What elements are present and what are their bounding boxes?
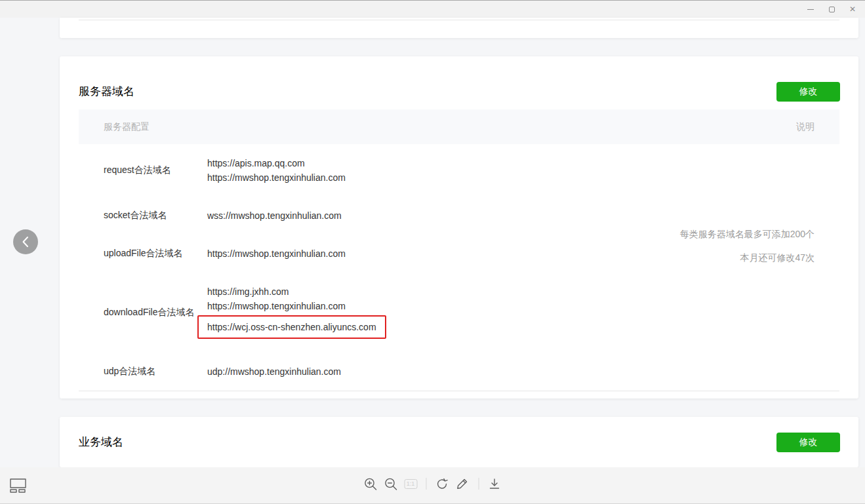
- server-domain-card: 服务器域名 修改 服务器配置 说明 request合法域名https://api…: [60, 56, 858, 398]
- domain-value: https://mwshop.tengxinhulian.com: [207, 246, 346, 261]
- minimize-icon: [807, 9, 814, 10]
- domain-values: wss://mwshop.tengxinhulian.com: [207, 208, 342, 223]
- business-domain-card: 业务域名 修改: [60, 417, 858, 467]
- table-row: udp合法域名udp://mwshop.tengxinhulian.com: [79, 353, 839, 391]
- domain-value: https://mwshop.tengxinhulian.com: [207, 299, 386, 313]
- domain-values: https://img.jxhh.comhttps://mwshop.tengx…: [207, 284, 386, 341]
- zoom-out-button[interactable]: [384, 476, 398, 491]
- zoom-in-button[interactable]: [363, 476, 378, 491]
- minimize-button[interactable]: [805, 3, 816, 15]
- domain-type-label: uploadFile合法域名: [104, 248, 207, 260]
- viewer-toolbar: 1:1: [363, 476, 502, 491]
- business-card-header: 业务域名 修改: [60, 417, 858, 467]
- window-controls: ✕: [805, 1, 858, 18]
- domain-value: wss://mwshop.tengxinhulian.com: [207, 208, 342, 223]
- modify-server-domain-button[interactable]: 修改: [776, 82, 840, 102]
- server-domain-table: 服务器配置 说明 request合法域名https://apis.map.qq.…: [79, 109, 839, 391]
- domain-value: https://img.jxhh.com: [207, 284, 386, 299]
- domain-limit-note: 每类服务器域名最多可添加200个: [680, 222, 815, 246]
- domain-type-label: udp合法域名: [104, 366, 207, 378]
- highlighted-domain-value: https://wcj.oss-cn-shenzhen.aliyuncs.com: [197, 315, 386, 339]
- toolbar-divider: [478, 478, 479, 490]
- zoom-out-icon: [384, 477, 398, 491]
- domain-limit-notes: 每类服务器域名最多可添加200个 本月还可修改47次: [680, 222, 815, 269]
- domain-type-label: request合法域名: [104, 165, 207, 176]
- domain-value: https://apis.map.qq.com: [207, 156, 346, 170]
- chevron-left-icon: [13, 229, 38, 254]
- divider: [79, 20, 839, 20]
- domain-values: https://apis.map.qq.comhttps://mwshop.te…: [207, 156, 346, 185]
- pencil-icon: [456, 477, 470, 491]
- window-titlebar: ✕: [0, 1, 865, 18]
- toggle-panels-button[interactable]: [10, 478, 27, 495]
- download-button[interactable]: [487, 476, 502, 491]
- bottom-toolbar: 1:1: [0, 467, 865, 504]
- edit-button[interactable]: [455, 476, 470, 491]
- domain-value: https://mwshop.tengxinhulian.com: [207, 170, 346, 185]
- app-window: ✕ 服务器域名 修改 服务器配置 说明 request合法域名https://a…: [0, 0, 865, 504]
- domain-type-label: socket合法域名: [104, 210, 207, 222]
- toolbar-divider: [426, 478, 426, 490]
- description-column-header: 说明: [796, 121, 815, 133]
- maximize-icon: [829, 7, 835, 12]
- zoom-in-icon: [364, 477, 378, 491]
- maximize-button[interactable]: [826, 3, 837, 15]
- domain-type-label: downloadFile合法域名: [104, 307, 207, 319]
- domain-values: udp://mwshop.tengxinhulian.com: [207, 364, 341, 379]
- table-header-row: 服务器配置 说明: [79, 109, 839, 144]
- domain-values: https://mwshop.tengxinhulian.com: [207, 246, 346, 261]
- refresh-icon: [435, 477, 449, 491]
- previous-card-partial: [60, 18, 858, 38]
- table-row: downloadFile合法域名https://img.jxhh.comhttp…: [79, 273, 839, 353]
- download-icon: [488, 477, 502, 491]
- monthly-modify-note: 本月还可修改47次: [680, 246, 815, 269]
- close-button[interactable]: ✕: [847, 3, 858, 15]
- page-title: 服务器域名: [79, 84, 134, 99]
- config-column-header: 服务器配置: [104, 121, 150, 133]
- business-domain-title: 业务域名: [79, 435, 123, 450]
- server-card-header: 服务器域名 修改: [60, 56, 858, 109]
- close-icon: ✕: [849, 5, 856, 13]
- domain-value: udp://mwshop.tengxinhulian.com: [207, 364, 341, 379]
- panels-icon: [10, 478, 27, 493]
- back-button[interactable]: [13, 229, 38, 254]
- refresh-button[interactable]: [435, 476, 449, 491]
- zoom-reset-button[interactable]: 1:1: [404, 479, 417, 489]
- domain-value-line: https://wcj.oss-cn-shenzhen.aliyuncs.com: [207, 313, 386, 341]
- table-row: request合法域名https://apis.map.qq.comhttps:…: [79, 144, 839, 197]
- modify-business-domain-button[interactable]: 修改: [776, 433, 840, 452]
